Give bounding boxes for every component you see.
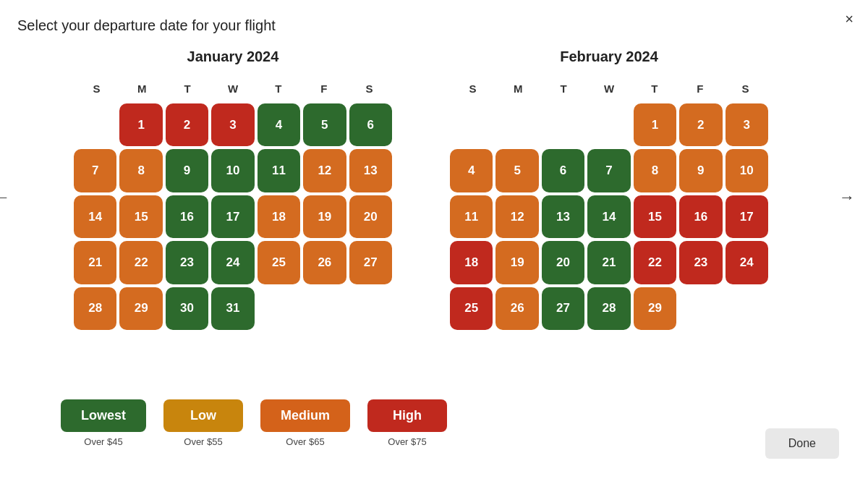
day-cell[interactable]: 27 [349, 241, 392, 284]
day-header: W [210, 80, 256, 98]
day-cell[interactable]: 3 [211, 103, 254, 146]
day-cell[interactable]: 1 [634, 103, 676, 146]
day-cell[interactable]: 5 [495, 149, 538, 192]
february-calendar: February 2024 SMTWTFS 123456789101112131… [450, 48, 768, 376]
day-cell[interactable]: 13 [349, 149, 392, 192]
day-cell[interactable]: 24 [211, 241, 254, 284]
day-cell[interactable]: 12 [495, 195, 538, 238]
february-title: February 2024 [450, 48, 768, 65]
day-cell [258, 287, 300, 330]
day-header: T [165, 80, 210, 98]
day-cell[interactable]: 30 [166, 287, 208, 330]
day-cell[interactable]: 26 [303, 241, 346, 284]
day-cell[interactable]: 17 [726, 195, 768, 238]
day-cell [679, 287, 722, 330]
day-cell[interactable]: 16 [679, 195, 722, 238]
day-header: M [119, 80, 165, 98]
day-header: T [255, 80, 301, 98]
day-header: S [346, 80, 392, 98]
day-cell[interactable]: 8 [634, 149, 676, 192]
day-cell[interactable]: 2 [166, 103, 208, 146]
day-header: T [541, 80, 587, 98]
day-cell[interactable]: 22 [119, 241, 162, 284]
january-calendar: January 2024 SMTWTFS 1234567891011121314… [74, 48, 392, 376]
day-cell[interactable]: 17 [211, 195, 254, 238]
legend-sub: Over $45 [84, 436, 122, 447]
day-header: W [587, 80, 632, 98]
day-cell[interactable]: 15 [634, 195, 676, 238]
legend-sub: Over $75 [388, 436, 426, 447]
day-cell[interactable]: 29 [634, 287, 676, 330]
day-cell[interactable]: 21 [587, 241, 630, 284]
day-cell[interactable]: 9 [679, 149, 722, 192]
day-cell[interactable]: 19 [495, 241, 538, 284]
day-cell[interactable]: 28 [587, 287, 630, 330]
legend-sub: Over $55 [184, 436, 222, 447]
day-cell[interactable]: 8 [119, 149, 162, 192]
day-cell[interactable]: 4 [258, 103, 300, 146]
day-cell[interactable]: 1 [119, 103, 162, 146]
next-month-button[interactable]: → [833, 182, 861, 213]
legend-item: LowestOver $45 [61, 399, 146, 447]
day-cell[interactable]: 6 [542, 149, 584, 192]
day-cell [542, 103, 584, 146]
day-cell[interactable]: 31 [211, 287, 254, 330]
day-cell[interactable]: 23 [166, 241, 208, 284]
day-cell[interactable]: 29 [119, 287, 162, 330]
day-cell[interactable]: 25 [258, 241, 300, 284]
day-header: F [677, 80, 723, 98]
day-cell[interactable]: 25 [450, 287, 493, 330]
close-button[interactable]: × [845, 12, 854, 26]
day-cell[interactable]: 16 [166, 195, 208, 238]
day-cell[interactable]: 27 [542, 287, 584, 330]
day-cell[interactable]: 23 [679, 241, 722, 284]
day-cell[interactable]: 5 [303, 103, 346, 146]
day-header: S [450, 80, 495, 98]
day-cell[interactable]: 11 [258, 149, 300, 192]
day-cell[interactable]: 14 [587, 195, 630, 238]
legend-badge: Low [163, 399, 243, 432]
day-cell[interactable]: 18 [450, 241, 493, 284]
day-cell[interactable]: 11 [450, 195, 493, 238]
january-grid: 1234567891011121314151617181920212223242… [74, 103, 392, 376]
prev-month-button[interactable]: ← [0, 182, 16, 213]
legend-badge: Lowest [61, 399, 146, 432]
day-cell [587, 103, 630, 146]
legend-item: HighOver $75 [367, 399, 447, 447]
day-cell[interactable]: 9 [166, 149, 208, 192]
day-cell[interactable]: 19 [303, 195, 346, 238]
day-cell[interactable]: 15 [119, 195, 162, 238]
day-cell [303, 287, 346, 330]
day-cell[interactable]: 13 [542, 195, 584, 238]
done-button[interactable]: Done [765, 428, 839, 459]
day-cell[interactable]: 14 [74, 195, 116, 238]
day-cell[interactable]: 7 [74, 149, 116, 192]
day-cell[interactable]: 24 [726, 241, 768, 284]
day-cell[interactable]: 18 [258, 195, 300, 238]
day-cell[interactable]: 28 [74, 287, 116, 330]
day-cell[interactable]: 7 [587, 149, 630, 192]
day-cell[interactable]: 21 [74, 241, 116, 284]
day-cell[interactable]: 26 [495, 287, 538, 330]
january-title: January 2024 [74, 48, 392, 65]
day-cell [74, 103, 116, 146]
day-cell[interactable]: 2 [679, 103, 722, 146]
day-cell[interactable]: 10 [726, 149, 768, 192]
day-cell[interactable]: 4 [450, 149, 493, 192]
legend-badge: Medium [260, 399, 350, 432]
day-header: T [631, 80, 677, 98]
january-day-headers: SMTWTFS [74, 80, 392, 98]
day-cell [450, 333, 493, 376]
february-day-headers: SMTWTFS [450, 80, 768, 98]
day-cell[interactable]: 6 [349, 103, 392, 146]
legend-section: LowestOver $45LowOver $55MediumOver $65H… [61, 399, 825, 447]
day-cell[interactable]: 22 [634, 241, 676, 284]
flight-date-modal: × Select your departure date for your fl… [0, 0, 868, 479]
legend-item: LowOver $55 [163, 399, 243, 447]
day-cell[interactable]: 10 [211, 149, 254, 192]
day-cell[interactable]: 20 [542, 241, 584, 284]
day-cell[interactable]: 3 [726, 103, 768, 146]
day-cell[interactable]: 20 [349, 195, 392, 238]
day-cell[interactable]: 12 [303, 149, 346, 192]
day-header: M [495, 80, 541, 98]
